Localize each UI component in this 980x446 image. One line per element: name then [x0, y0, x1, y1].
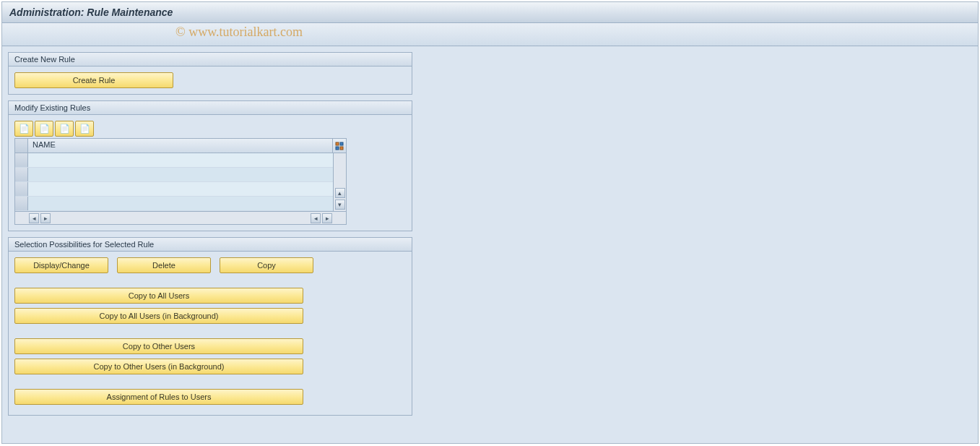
selection-possibilities-title: Selection Possibilities for Selected Rul… — [9, 238, 412, 252]
page-title: Administration: Rule Maintenance — [2, 2, 978, 23]
rules-grid: NAME — [14, 138, 347, 225]
svg-rect-0 — [336, 142, 339, 145]
scroll-down-icon[interactable]: ▾ — [335, 200, 345, 210]
grid-horizontal-scrollbar[interactable]: ◂ ▸ ◂ ▸ — [15, 211, 346, 224]
toolbar-icon-3[interactable]: 📄 — [55, 121, 74, 137]
create-rule-button[interactable]: Create Rule — [14, 72, 173, 88]
grid-column-name[interactable]: NAME — [28, 139, 333, 153]
table-row[interactable] — [15, 197, 333, 211]
application-toolbar: © www.tutorialkart.com — [2, 23, 978, 46]
page-icon: 📄 — [19, 124, 30, 134]
scroll-left-icon[interactable]: ◂ — [311, 213, 321, 223]
page-icon: 📄 — [59, 124, 70, 134]
svg-rect-1 — [340, 142, 343, 145]
svg-rect-2 — [336, 147, 339, 150]
grid-corner — [15, 139, 28, 153]
delete-button[interactable]: Delete — [117, 257, 211, 273]
copy-to-all-users-bg-button[interactable]: Copy to All Users (in Background) — [14, 308, 303, 324]
scroll-up-icon[interactable]: ▴ — [335, 188, 345, 198]
create-new-rule-title: Create New Rule — [9, 53, 412, 67]
scroll-right-icon[interactable]: ▸ — [40, 213, 51, 223]
create-new-rule-group: Create New Rule Create Rule — [8, 52, 412, 95]
grid-settings-icon[interactable] — [333, 139, 346, 153]
selection-possibilities-group: Selection Possibilities for Selected Rul… — [8, 237, 412, 416]
scroll-right-icon[interactable]: ▸ — [322, 213, 332, 223]
page-icon: 📄 — [39, 124, 50, 134]
page-icon: 📄 — [79, 124, 90, 134]
svg-rect-3 — [340, 147, 343, 150]
table-row[interactable] — [15, 168, 333, 182]
copy-to-other-users-bg-button[interactable]: Copy to Other Users (in Background) — [14, 359, 303, 374]
copy-to-other-users-button[interactable]: Copy to Other Users — [14, 338, 303, 354]
copy-button[interactable]: Copy — [220, 257, 313, 273]
table-row[interactable] — [15, 153, 333, 168]
grid-vertical-scrollbar[interactable]: ▴ ▾ — [333, 153, 346, 211]
display-change-button[interactable]: Display/Change — [14, 257, 108, 273]
watermark-text: © www.tutorialkart.com — [175, 25, 303, 40]
table-row[interactable] — [15, 182, 333, 197]
scroll-left-icon[interactable]: ◂ — [29, 213, 39, 223]
toolbar-icon-1[interactable]: 📄 — [14, 121, 33, 137]
modify-existing-rules-title: Modify Existing Rules — [9, 101, 412, 115]
modify-existing-rules-group: Modify Existing Rules 📄 📄 📄 📄 NAME — [8, 100, 412, 231]
assignment-of-rules-button[interactable]: Assignment of Rules to Users — [14, 389, 303, 405]
copy-to-all-users-button[interactable]: Copy to All Users — [14, 288, 303, 304]
toolbar-icon-2[interactable]: 📄 — [35, 121, 53, 137]
toolbar-icon-4[interactable]: 📄 — [75, 121, 94, 137]
